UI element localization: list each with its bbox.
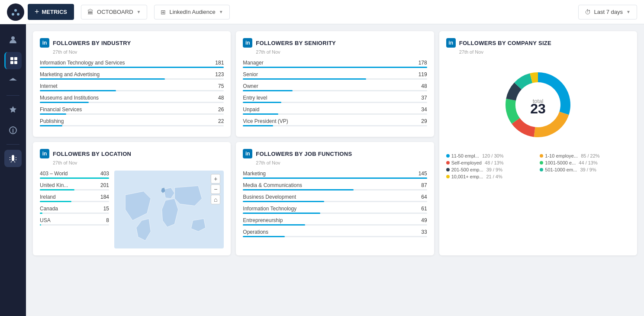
bar-fill — [40, 125, 62, 126]
svg-point-0 — [14, 9, 17, 12]
bar-value: 178 — [419, 60, 427, 66]
seniority-card: in FOLLOWERS BY SENIORITY 27th of Nov Ma… — [236, 31, 434, 137]
bar-fill — [40, 201, 71, 202]
location-label: United Kin... — [40, 182, 68, 188]
job-bars: Marketing 145 Media & Communications 87 … — [243, 171, 427, 237]
bar-row: Information Technology and Services 181 — [40, 60, 224, 68]
bar-track — [40, 201, 109, 202]
sidebar-item-info[interactable] — [4, 122, 22, 139]
clock-icon: ⏱ — [585, 9, 591, 16]
metrics-label: METRICS — [42, 9, 68, 15]
zoom-out-button[interactable]: − — [211, 184, 220, 194]
bar-track — [243, 125, 427, 126]
legend-dot — [446, 175, 450, 178]
bar-track — [40, 113, 224, 115]
bar-row: Unpaid 34 — [243, 106, 427, 115]
location-row: 403 – World 403 — [40, 171, 109, 179]
industry-card-header: in FOLLOWERS BY INDUSTRY — [40, 38, 224, 48]
job-functions-date: 27th of Nov — [256, 160, 427, 165]
legend-label: 11-50 empl... — [451, 153, 479, 158]
bar-value: 22 — [218, 118, 224, 124]
bar-label: Museums and Institutions — [40, 95, 99, 101]
map-controls: + − ⌂ — [211, 174, 220, 204]
bar-track — [243, 102, 427, 103]
linkedin-grid-icon: ⊞ — [161, 9, 166, 16]
bar-label: Marketing — [243, 171, 266, 177]
home-button[interactable]: ⌂ — [211, 195, 220, 204]
bar-row: Manager 178 — [243, 60, 427, 68]
zoom-in-button[interactable]: + — [211, 174, 220, 184]
legend-label: Self-employed — [451, 160, 482, 165]
legend-item: 201-500 emp... 39 / 9% — [446, 167, 537, 172]
plus-icon: + — [35, 7, 39, 16]
bar-track — [40, 177, 109, 179]
legend-values: 39 / 9% — [485, 167, 502, 172]
location-value: 8 — [106, 217, 109, 223]
legend-item: Self-employed 48 / 13% — [446, 160, 537, 165]
sidebar-divider-2 — [6, 144, 19, 145]
metrics-button[interactable]: + METRICS — [28, 4, 74, 20]
bar-label: Financial Services — [40, 106, 82, 113]
linkedin-icon-company: in — [446, 38, 456, 48]
sidebar-item-bank[interactable] — [4, 73, 22, 90]
bar-fill — [243, 189, 353, 190]
bar-value: 37 — [421, 95, 427, 101]
location-value: 201 — [100, 182, 109, 188]
location-date: 27th of Nov — [53, 160, 224, 165]
bar-label: Owner — [243, 83, 258, 89]
bar-label: Entrepreneurship — [243, 217, 283, 223]
legend-item: 11-50 empl... 120 / 30% — [446, 153, 537, 158]
bar-fill — [243, 78, 366, 80]
bar-label: Vice President (VP) — [243, 118, 288, 124]
bar-track — [243, 90, 427, 91]
legend-values: 85 / 22% — [580, 153, 599, 158]
location-row: USA 8 — [40, 217, 109, 226]
location-value: 403 — [100, 171, 109, 177]
legend-label: 201-500 emp... — [451, 167, 483, 172]
bar-fill — [40, 189, 74, 190]
sidebar-item-user[interactable] — [4, 31, 22, 48]
bar-fill — [40, 102, 89, 103]
legend-dot — [446, 154, 450, 158]
donut-wrapper: total 23 — [446, 61, 630, 148]
bar-row: Marketing and Advertising 123 — [40, 71, 224, 80]
bar-track — [243, 189, 427, 190]
bar-row: Entrepreneurship 49 — [243, 217, 427, 226]
location-row: Canada 15 — [40, 206, 109, 214]
svg-point-1 — [12, 13, 14, 16]
timerange-dropdown[interactable]: ⏱ Last 7 days ▼ — [578, 5, 637, 19]
job-functions-title: FOLLOWERS BY JOB FUNCTIONS — [256, 151, 352, 157]
sidebar-item-star[interactable] — [4, 101, 22, 118]
bar-label: Operations — [243, 229, 268, 235]
location-value: 184 — [100, 194, 109, 200]
bar-fill — [243, 213, 320, 214]
company-size-header: in FOLLOWERS BY COMPANY SIZE — [446, 38, 630, 48]
job-functions-card-header: in FOLLOWERS BY JOB FUNCTIONS — [243, 149, 427, 158]
bar-value: 48 — [218, 95, 224, 101]
donut-chart: total 23 — [495, 61, 581, 148]
bar-track — [40, 90, 224, 91]
bar-value: 49 — [421, 217, 427, 223]
bar-fill — [243, 236, 285, 237]
donut-legend: 11-50 empl... 120 / 30% 1-10 employe... … — [446, 153, 630, 179]
location-card: in FOLLOWERS BY LOCATION 27th of Nov 403… — [33, 142, 231, 255]
svg-rect-5 — [14, 57, 17, 60]
industry-date: 27th of Nov — [53, 49, 224, 55]
bar-track — [243, 213, 427, 214]
timerange-label: Last 7 days — [594, 9, 623, 15]
bar-label: Publishing — [40, 118, 64, 124]
bar-value: 48 — [421, 83, 427, 89]
svg-rect-6 — [10, 61, 13, 64]
bar-track — [243, 113, 427, 115]
linkedin-icon-seniority: in — [243, 38, 252, 48]
location-label: Ireland — [40, 194, 56, 200]
linkedin-dropdown[interactable]: ⊞ LinkedIn Audience ▼ — [154, 5, 229, 19]
sidebar-item-bug[interactable] — [4, 150, 22, 167]
linkedin-icon-industry: in — [40, 38, 49, 48]
octoboard-dropdown[interactable]: 🏛 OCTOBOARD ▼ — [81, 5, 147, 19]
bar-label: Entry level — [243, 95, 267, 101]
svg-rect-7 — [14, 61, 17, 64]
bar-track — [243, 236, 427, 237]
sidebar-item-dashboard[interactable] — [4, 52, 22, 69]
linkedin-icon-job: in — [243, 149, 252, 158]
